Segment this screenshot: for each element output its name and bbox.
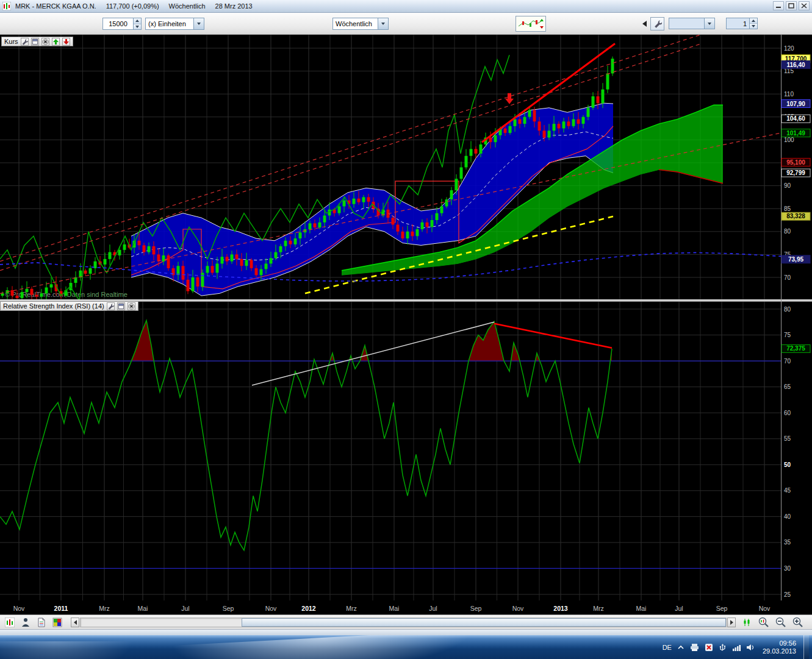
chart-canvas[interactable]: © ProRealTime.com Daten sind Realtime120… bbox=[0, 35, 812, 614]
chart-tools-icon[interactable] bbox=[4, 616, 16, 629]
chart-scrollbar-thumb[interactable] bbox=[242, 618, 726, 627]
scroll-left-button[interactable] bbox=[71, 618, 79, 627]
title-bar[interactable]: MRK - MERCK KGAA O.N. 117,700 (+0,09%) W… bbox=[0, 0, 812, 13]
windows-taskbar[interactable]: DE 09:56 29.03.2013 bbox=[0, 635, 812, 659]
maximize-button[interactable] bbox=[786, 1, 797, 10]
timeframe-dropdown[interactable]: Wöchentlich bbox=[332, 18, 389, 30]
chart-scrollbar[interactable] bbox=[80, 618, 727, 627]
application-window: MRK - MERCK KGAA O.N. 117,700 (+0,09%) W… bbox=[0, 0, 812, 659]
candlestick-view-icon[interactable] bbox=[741, 616, 753, 629]
rsi-panel-header[interactable]: Relative Strength Index (RSI) (14) bbox=[0, 301, 138, 311]
units-count-spinner[interactable]: 15000 bbox=[102, 18, 142, 30]
price-panel-title: Kurs bbox=[4, 38, 18, 45]
zoom-reset-icon[interactable] bbox=[758, 616, 770, 629]
units-count-value: 15000 bbox=[103, 20, 133, 27]
hidden-icons-button[interactable] bbox=[677, 644, 684, 651]
wrench-icon bbox=[653, 20, 662, 28]
printer-icon[interactable] bbox=[690, 643, 699, 652]
price-axis[interactable] bbox=[781, 35, 812, 600]
taskbar-clock[interactable]: 09:56 29.03.2013 bbox=[763, 639, 796, 655]
price-panel-header[interactable]: Kurs bbox=[1, 37, 73, 46]
portfolio-grid-icon[interactable] bbox=[51, 616, 63, 629]
price-panel-scale-up-button[interactable] bbox=[52, 38, 60, 46]
minimize-button[interactable] bbox=[773, 1, 784, 10]
chart-bottom-toolbar bbox=[0, 614, 812, 629]
scroll-right-button[interactable] bbox=[727, 618, 736, 627]
count-spinner-value: 1 bbox=[727, 20, 749, 27]
title-timeframe: Wöchentlich bbox=[169, 2, 206, 10]
units-mode-dropdown[interactable]: (x) Einheiten bbox=[145, 18, 204, 30]
symbol-combobox[interactable] bbox=[669, 18, 715, 29]
network-icon[interactable] bbox=[732, 644, 741, 651]
price-panel-close-icon[interactable] bbox=[41, 38, 49, 46]
indicator-wrench-button[interactable] bbox=[650, 17, 664, 30]
price-panel-wrench-icon[interactable] bbox=[21, 38, 29, 46]
app-chart-icon bbox=[2, 2, 11, 10]
price-panel-detach-icon[interactable] bbox=[31, 38, 39, 46]
show-desktop-button[interactable] bbox=[803, 635, 809, 659]
volume-icon[interactable] bbox=[746, 644, 755, 651]
rsi-panel-title: Relative Strength Index (RSI) (14) bbox=[3, 302, 104, 310]
clock-date: 29.03.2013 bbox=[763, 647, 796, 655]
taskbar-gloss bbox=[152, 635, 495, 659]
title-quote: 117,700 (+0,09%) bbox=[106, 2, 159, 10]
zoom-out-icon[interactable] bbox=[775, 616, 787, 629]
symbol-combobox-arrow-icon[interactable] bbox=[704, 18, 714, 29]
rsi-panel-close-icon[interactable] bbox=[128, 302, 135, 310]
count-spinner[interactable]: 1 bbox=[726, 18, 758, 29]
zoom-in-icon[interactable] bbox=[792, 616, 804, 629]
timeframe-value: Wöchentlich bbox=[333, 20, 378, 27]
cursor-user-icon[interactable] bbox=[20, 616, 32, 629]
timeframe-dropdown-arrow-icon[interactable] bbox=[378, 18, 388, 29]
units-mode-dropdown-arrow-icon[interactable] bbox=[193, 18, 204, 29]
units-mode-value: (x) Einheiten bbox=[146, 20, 193, 27]
action-center-error-icon[interactable] bbox=[705, 643, 713, 652]
count-spinner-buttons[interactable] bbox=[749, 18, 757, 29]
window-bottom-frame bbox=[0, 629, 812, 635]
close-button[interactable] bbox=[799, 1, 810, 10]
main-toolbar: 15000 (x) Einheiten Wöchentlich bbox=[0, 13, 812, 35]
chart-style-button[interactable] bbox=[516, 16, 546, 32]
rsi-panel-wrench-icon[interactable] bbox=[107, 302, 115, 310]
system-tray: DE 09:56 29.03.2013 bbox=[656, 635, 812, 659]
price-panel-scale-down-button[interactable] bbox=[62, 38, 70, 46]
window-title: MRK - MERCK KGAA O.N. bbox=[15, 2, 96, 10]
usb-device-icon[interactable] bbox=[719, 643, 727, 652]
rsi-panel-detach-icon[interactable] bbox=[117, 302, 125, 310]
chart-style-icon bbox=[517, 18, 544, 30]
report-icon[interactable] bbox=[35, 616, 48, 629]
clock-time: 09:56 bbox=[763, 639, 796, 647]
language-indicator[interactable]: DE bbox=[663, 644, 672, 651]
collapse-panel-arrow-icon[interactable] bbox=[642, 21, 647, 27]
time-axis[interactable] bbox=[0, 600, 781, 614]
units-count-spin-buttons[interactable] bbox=[133, 18, 141, 29]
taskbar-gloss-left bbox=[0, 641, 146, 659]
title-date: 28 Mrz 2013 bbox=[215, 2, 253, 10]
